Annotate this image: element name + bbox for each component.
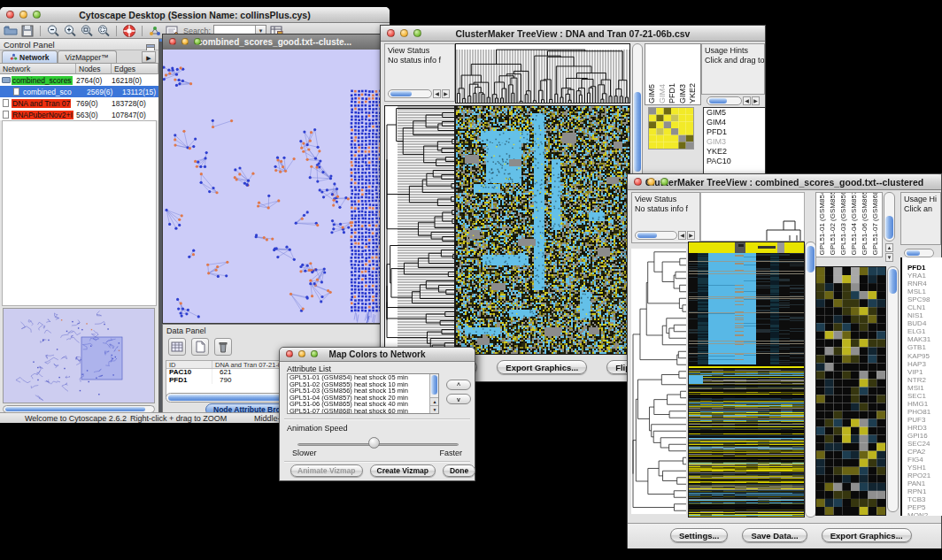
gene-vip1[interactable]: VIP1 bbox=[902, 368, 942, 376]
attribute-list-vscrollbar[interactable]: ▲ ▼ bbox=[429, 374, 438, 413]
animate-vizmap-button[interactable]: Animate Vizmap bbox=[290, 464, 363, 477]
gene-pfd1[interactable]: PFD1 bbox=[704, 127, 765, 137]
col-edges[interactable]: Edges bbox=[112, 64, 158, 74]
gene-spc98[interactable]: SPC98 bbox=[902, 295, 942, 303]
zoom-button[interactable] bbox=[194, 38, 201, 45]
network-canvas[interactable] bbox=[163, 50, 386, 323]
column-label-gim5[interactable]: GIM5 bbox=[648, 84, 657, 104]
col-nodes[interactable]: Nodes bbox=[76, 64, 112, 74]
zoom-button[interactable] bbox=[311, 350, 318, 357]
close-button[interactable] bbox=[387, 29, 395, 37]
minimize-button[interactable] bbox=[647, 178, 655, 186]
gene-mak31[interactable]: MAK31 bbox=[902, 335, 942, 343]
gene-sec1[interactable]: SEC1 bbox=[902, 392, 942, 400]
export-graphics-button[interactable]: Export Graphics... bbox=[822, 528, 912, 542]
settings-button[interactable]: Settings... bbox=[670, 528, 728, 542]
close-button[interactable] bbox=[634, 178, 642, 186]
usage-hscrollbar[interactable] bbox=[904, 249, 934, 257]
gene-rpo21[interactable]: RPO21 bbox=[902, 472, 942, 479]
status-hscrollbar[interactable]: ◀ ▶ bbox=[388, 89, 450, 98]
zoom-vscrollbar[interactable] bbox=[887, 266, 899, 512]
zoom-button[interactable] bbox=[33, 11, 41, 19]
gene-pep5[interactable]: PEP5 bbox=[902, 503, 942, 511]
column-label-pfd1[interactable]: PFD1 bbox=[668, 83, 677, 104]
column-dendrogram[interactable] bbox=[455, 43, 630, 104]
tab-vizmapper[interactable]: VizMapper™ bbox=[58, 50, 117, 63]
new-doc-icon[interactable] bbox=[191, 338, 209, 356]
gene-tcb3[interactable]: TCB3 bbox=[902, 495, 942, 503]
network-view-titlebar[interactable]: combined_scores_good.txt--cluste... bbox=[163, 35, 386, 50]
scroll-left-icon[interactable]: ◀ bbox=[433, 89, 441, 98]
scroll-down-icon[interactable]: ▼ bbox=[430, 405, 439, 413]
gene-gim5[interactable]: GIM5 bbox=[704, 108, 765, 118]
column-label-gim3[interactable]: GIM3 bbox=[679, 84, 688, 104]
status-hscrollbar[interactable]: ◀ ▶ bbox=[635, 231, 695, 240]
column-label-gpl51-02-gsm855[interactable]: GPL51-02 (GSM855) bbox=[829, 193, 837, 256]
create-vizmap-button[interactable]: Create Vizmap bbox=[370, 464, 436, 477]
zoom-button[interactable] bbox=[660, 178, 668, 186]
scroll-right-icon[interactable]: ▶ bbox=[752, 96, 760, 105]
row-dendrogram[interactable] bbox=[631, 249, 686, 514]
network-tree-area[interactable] bbox=[2, 120, 157, 306]
grid-icon[interactable] bbox=[168, 338, 186, 356]
scroll-up-icon[interactable]: ▲ bbox=[885, 243, 893, 252]
close-button[interactable] bbox=[169, 38, 176, 45]
gene-gim4[interactable]: GIM4 bbox=[704, 118, 765, 127]
gene-kap95[interactable]: KAP95 bbox=[902, 352, 942, 360]
network-table-row[interactable]: DNA and Tran 07769(0)183728(0) bbox=[0, 97, 158, 109]
export-graphics-button[interactable]: Export Graphics... bbox=[497, 360, 587, 374]
column-label-gpl51-07-gsm868[interactable]: GPL51-07 (GSM868) bbox=[871, 193, 879, 256]
minimize-button[interactable] bbox=[19, 11, 27, 19]
treeview2-titlebar[interactable]: ClusterMaker TreeView : combined_scores_… bbox=[628, 174, 941, 190]
gene-pan1[interactable]: PAN1 bbox=[902, 479, 942, 487]
help-ring-icon[interactable] bbox=[122, 24, 136, 38]
save-data-button[interactable]: Save Data... bbox=[742, 528, 807, 542]
attribute-item[interactable]: GPL51-07 (GSM868) heat shock 60 min bbox=[288, 408, 438, 415]
scroll-down-icon[interactable]: ▼ bbox=[885, 253, 893, 262]
minimize-button[interactable] bbox=[400, 29, 408, 37]
zoom-in-icon[interactable] bbox=[63, 24, 77, 38]
mini-heatmap[interactable] bbox=[648, 107, 694, 150]
gene-hrd3[interactable]: HRD3 bbox=[902, 424, 942, 432]
usage-hscrollbar[interactable]: ◀ ▶ bbox=[706, 96, 760, 105]
gene-hap3[interactable]: HAP3 bbox=[902, 360, 942, 368]
gene-pfd1[interactable]: PFD1 bbox=[902, 264, 942, 272]
slider-thumb[interactable] bbox=[368, 437, 380, 449]
save-icon[interactable] bbox=[20, 24, 35, 38]
column-label-pac10[interactable]: PAC10 bbox=[699, 79, 701, 104]
float-panel-icon[interactable] bbox=[146, 41, 155, 50]
open-folder-icon[interactable] bbox=[4, 24, 18, 38]
tab-network[interactable]: Network bbox=[2, 50, 58, 63]
row-dendrogram[interactable] bbox=[384, 105, 455, 355]
gene-pac10[interactable]: PAC10 bbox=[704, 157, 765, 166]
column-label-gpl51-01-gsm854[interactable]: GPL51-01 (GSM854) bbox=[818, 193, 826, 256]
scroll-left-icon[interactable]: ◀ bbox=[743, 96, 751, 105]
gene-hmg1[interactable]: HMG1 bbox=[902, 400, 942, 408]
column-label-yke2[interactable]: YKE2 bbox=[689, 83, 698, 104]
gene-sec24[interactable]: SEC24 bbox=[902, 440, 942, 448]
scroll-right-icon[interactable]: ▶ bbox=[442, 89, 450, 98]
gene-bud4[interactable]: BUD4 bbox=[902, 319, 942, 327]
gene-puf3[interactable]: PUF3 bbox=[902, 416, 942, 424]
gene-list-panel[interactable]: PFD1YRA1RNR4MSL1SPC98CLN1NIS1BUD4ELG1MAK… bbox=[900, 257, 942, 516]
gene-mon2[interactable]: MON2 bbox=[902, 511, 942, 516]
gene-elg1[interactable]: ELG1 bbox=[902, 327, 942, 335]
move-down-button[interactable]: v bbox=[446, 394, 471, 404]
gene-cpa2[interactable]: CPA2 bbox=[902, 448, 942, 456]
col-id[interactable]: ID bbox=[166, 361, 212, 368]
main-titlebar[interactable]: Cytoscape Desktop (Session Name: collins… bbox=[0, 7, 390, 23]
zoom-selected-icon[interactable] bbox=[80, 24, 94, 38]
trash-icon[interactable] bbox=[214, 338, 232, 356]
gene-yra1[interactable]: YRA1 bbox=[902, 272, 942, 280]
gene-nis1[interactable]: NIS1 bbox=[902, 311, 942, 319]
gene-list-panel[interactable]: GIM5GIM4PFD1GIM3YKE2PAC10 bbox=[703, 107, 766, 176]
zoom-heatmap[interactable] bbox=[815, 266, 886, 516]
minimize-button[interactable] bbox=[298, 350, 305, 357]
column-label-gpl51-06-gsm865[interactable]: GPL51-06 (GSM865) bbox=[861, 193, 869, 256]
heatmap-canvas[interactable] bbox=[688, 242, 805, 518]
close-button[interactable] bbox=[6, 11, 14, 19]
treeview1-titlebar[interactable]: ClusterMaker TreeView : DNA and Tran 07-… bbox=[381, 26, 765, 42]
attribute-list[interactable]: GPL51-01 (GSM854) heat shock 05 minGPL51… bbox=[287, 373, 439, 414]
zoom-fit-icon[interactable] bbox=[97, 24, 111, 38]
gene-rpn1[interactable]: RPN1 bbox=[902, 487, 942, 495]
